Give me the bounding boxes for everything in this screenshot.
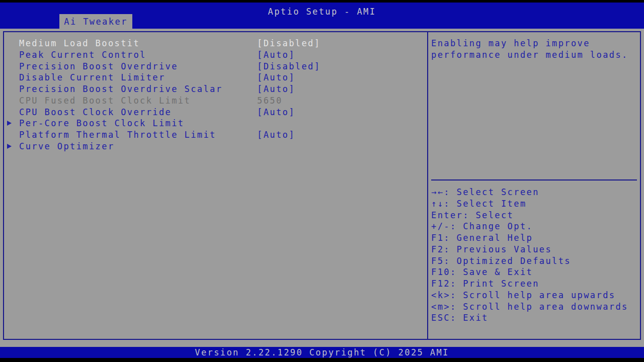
option-value: [Auto] bbox=[257, 129, 295, 141]
legend-line: ESC: Exit bbox=[431, 312, 639, 324]
legend-line: +/-: Change Opt. bbox=[431, 221, 639, 232]
main-content: Medium Load Boostit[Disabled]Peak Curren… bbox=[0, 29, 644, 347]
submenu-arrow-icon bbox=[7, 144, 12, 149]
legend-line: ↑↓: Select Item bbox=[431, 198, 639, 210]
tab-ai-tweaker[interactable]: Ai Tweaker bbox=[59, 14, 132, 29]
bios-option-row[interactable]: Precision Boost Overdrive[Disabled] bbox=[4, 61, 427, 72]
option-value: [Disabled] bbox=[257, 61, 320, 72]
option-label: Precision Boost Overdrive Scalar bbox=[19, 84, 222, 94]
option-label: Curve Optimizer bbox=[19, 141, 115, 151]
help-text: Enabling may help improve performance un… bbox=[431, 38, 635, 61]
legend-line: <k>: Scroll help area upwards bbox=[431, 290, 639, 301]
bios-setup-screen: Aptio Setup - AMI Ai Tweaker Medium Load… bbox=[0, 0, 644, 362]
legend-line: Enter: Select bbox=[431, 210, 639, 221]
legend-divider bbox=[431, 179, 637, 180]
option-label: Medium Load Boostit bbox=[19, 38, 140, 48]
options-list: Medium Load Boostit[Disabled]Peak Curren… bbox=[4, 38, 427, 152]
option-label: CPU Fused Boost Clock Limit bbox=[19, 96, 191, 106]
bios-option-row[interactable]: Platform Thermal Throttle Limit[Auto] bbox=[4, 129, 427, 141]
options-pane: Medium Load Boostit[Disabled]Peak Curren… bbox=[4, 32, 427, 339]
legend-line: →←: Select Screen bbox=[431, 187, 639, 198]
content-frame: Medium Load Boostit[Disabled]Peak Curren… bbox=[3, 31, 641, 340]
bios-option-row[interactable]: Per-Core Boost Clock Limit bbox=[4, 118, 427, 129]
option-value: [Auto] bbox=[257, 72, 295, 83]
bios-option-row[interactable]: Medium Load Boostit[Disabled] bbox=[4, 38, 427, 49]
option-label: Peak Current Control bbox=[19, 50, 146, 60]
help-pane: Enabling may help improve performance un… bbox=[428, 32, 640, 339]
option-label: CPU Boost Clock Override bbox=[19, 107, 172, 117]
bios-option-row[interactable]: Curve Optimizer bbox=[4, 141, 427, 152]
bios-option-row[interactable]: Peak Current Control[Auto] bbox=[4, 49, 427, 61]
option-value: [Disabled] bbox=[257, 38, 320, 49]
submenu-arrow-icon bbox=[7, 121, 12, 126]
option-value: [Auto] bbox=[257, 107, 295, 118]
key-legend: →←: Select Screen↑↓: Select ItemEnter: S… bbox=[431, 187, 639, 324]
legend-line: F12: Print Screen bbox=[431, 278, 639, 290]
bios-option-row[interactable]: Precision Boost Overdrive Scalar[Auto] bbox=[4, 83, 427, 95]
footer-bar: Version 2.22.1290 Copyright (C) 2025 AMI bbox=[0, 347, 644, 358]
header-bar: Aptio Setup - AMI Ai Tweaker bbox=[0, 3, 644, 29]
bios-option-row[interactable]: CPU Fused Boost Clock Limit5650 bbox=[4, 95, 427, 107]
option-value: 5650 bbox=[257, 95, 283, 107]
option-label: Per-Core Boost Clock Limit bbox=[19, 118, 185, 128]
option-label: Disable Current Limiter bbox=[19, 72, 166, 82]
option-label: Precision Boost Overdrive bbox=[19, 61, 178, 71]
bios-option-row[interactable]: CPU Boost Clock Override[Auto] bbox=[4, 107, 427, 118]
legend-line: F5: Optimized Defaults bbox=[431, 255, 639, 267]
bios-option-row[interactable]: Disable Current Limiter[Auto] bbox=[4, 72, 427, 83]
legend-line: F1: General Help bbox=[431, 232, 639, 244]
legend-line: F2: Previous Values bbox=[431, 244, 639, 255]
option-value: [Auto] bbox=[257, 83, 295, 95]
legend-line: <m>: Scroll help area downwards bbox=[431, 301, 639, 313]
legend-line: F10: Save & Exit bbox=[431, 266, 639, 278]
option-value: [Auto] bbox=[257, 49, 295, 61]
option-label: Platform Thermal Throttle Limit bbox=[19, 130, 216, 140]
